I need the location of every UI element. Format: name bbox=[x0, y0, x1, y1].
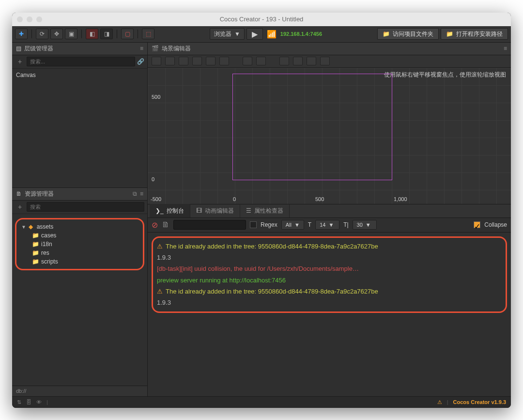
titlebar: Cocos Creator - 193 - Untitled bbox=[12, 13, 511, 26]
align-bottom[interactable] bbox=[219, 57, 229, 65]
align-extra1[interactable] bbox=[279, 57, 289, 65]
tab-inspector[interactable]: ☰ 属性检查器 bbox=[240, 204, 290, 218]
fontsize-icon: T bbox=[308, 221, 311, 228]
scene-canvas[interactable]: 使用鼠标右键平移视窗焦点，使用滚轮缩放视图 500 0 -500 0 500 1… bbox=[148, 68, 511, 204]
align-hcenter[interactable] bbox=[165, 57, 175, 65]
tab-console[interactable]: ❯_ 控制台 bbox=[150, 204, 190, 218]
chevron-down-icon: ▼ bbox=[366, 222, 371, 228]
file-icon: 🗎 bbox=[16, 190, 22, 197]
dist-v[interactable] bbox=[256, 57, 266, 65]
db-icon[interactable]: 🗄 bbox=[26, 399, 31, 405]
folder-icon: 📁 bbox=[32, 241, 39, 248]
eye-icon[interactable]: 👁 bbox=[36, 399, 42, 405]
link-icon[interactable]: 🔗 bbox=[137, 58, 144, 65]
log-line[interactable]: ⚠The id already added in the tree: 95508… bbox=[157, 241, 502, 252]
level-dropdown[interactable]: All▼ bbox=[281, 220, 304, 230]
asset-folder[interactable]: 📁res bbox=[17, 249, 142, 257]
log-line[interactable]: 1.9.3 bbox=[157, 297, 502, 308]
red-square-tool[interactable]: ▢ bbox=[121, 29, 134, 39]
assets-path: db:// bbox=[12, 386, 147, 396]
align-extra2[interactable] bbox=[293, 57, 303, 65]
chevron-down-icon: ▼ bbox=[328, 222, 334, 228]
clear-icon[interactable]: ⊘ bbox=[152, 220, 158, 230]
log-line[interactable]: 1.9.3 bbox=[157, 252, 502, 263]
align-right[interactable] bbox=[179, 57, 188, 65]
assets-tree[interactable]: ▼ ◆ assets 📁cases📁i18n📁res📁scripts bbox=[12, 214, 147, 386]
menu-icon[interactable]: ≡ bbox=[140, 45, 143, 52]
align-left[interactable] bbox=[152, 57, 161, 65]
package-icon: ◆ bbox=[29, 223, 33, 230]
log-line[interactable]: ⚠The id already added in the tree: 95508… bbox=[157, 286, 502, 297]
collapse-label: Collapse bbox=[484, 221, 507, 228]
warning-icon[interactable]: ⚠ bbox=[437, 399, 442, 405]
log-line[interactable]: [db-task][init] uuid collision, the uuid… bbox=[157, 263, 502, 274]
body: ▤ 层级管理器 ≡ + 🔗 Canvas 🗎 资源管理器 bbox=[12, 43, 511, 396]
align-extra4[interactable] bbox=[320, 57, 330, 65]
folder-icon: 📁 bbox=[32, 232, 39, 239]
statusbar: ⇅ 🗄 👁 | ⚠ | Cocos Creator v1.9.3 bbox=[12, 396, 511, 408]
add-node-button[interactable]: + bbox=[15, 57, 25, 66]
regex-label: Regex bbox=[261, 221, 277, 228]
rect-tool[interactable]: ▣ bbox=[65, 29, 77, 39]
align-vcenter[interactable] bbox=[206, 57, 215, 65]
assets-search-input[interactable] bbox=[27, 202, 144, 212]
assets-root[interactable]: ▼ ◆ assets bbox=[17, 222, 142, 231]
inspector-icon: ☰ bbox=[246, 207, 251, 214]
asset-folder[interactable]: 📁scripts bbox=[17, 257, 142, 266]
assets-panel: 🗎 资源管理器 ⧉ ≡ + ▼ ◆ assets bbox=[12, 188, 147, 396]
window-title: Cocos Creator - 193 - Untitled bbox=[12, 16, 511, 23]
gizmo-tool[interactable]: ⬚ bbox=[142, 29, 154, 39]
assets-header: 🗎 资源管理器 ⧉ ≡ bbox=[12, 188, 147, 201]
hierarchy-search-input[interactable] bbox=[27, 57, 135, 66]
bottom-tabs: ❯_ 控制台 🎞 动画编辑器 ☰ 属性检查器 bbox=[148, 204, 511, 218]
collapse-checkbox[interactable]: ✓ bbox=[474, 221, 480, 228]
asset-folder[interactable]: 📁cases bbox=[17, 231, 142, 240]
log-file-icon[interactable]: 🗎 bbox=[162, 220, 169, 229]
pivot-tool[interactable]: ◨ bbox=[100, 29, 113, 39]
log-line[interactable]: preview server running at http://localho… bbox=[157, 275, 502, 286]
list-icon: ▤ bbox=[16, 45, 21, 52]
lineheight-icon: T| bbox=[343, 221, 348, 228]
align-top[interactable] bbox=[192, 57, 202, 65]
assets-searchbar: + bbox=[12, 201, 147, 214]
scene-panel: 🎬 场景编辑器 ≡ bbox=[148, 43, 511, 204]
warning-icon: ⚠ bbox=[157, 288, 163, 295]
folder-icon: 📁 bbox=[446, 31, 453, 37]
menu-icon[interactable]: ≡ bbox=[140, 190, 143, 197]
tab-animation[interactable]: 🎞 动画编辑器 bbox=[190, 204, 240, 218]
hierarchy-tree[interactable]: Canvas bbox=[12, 69, 147, 187]
hierarchy-panel: ▤ 层级管理器 ≡ + 🔗 Canvas bbox=[12, 43, 147, 188]
menu-icon[interactable]: ≡ bbox=[504, 45, 507, 52]
regex-checkbox[interactable] bbox=[250, 221, 257, 228]
highlight-box: ⚠The id already added in the tree: 95508… bbox=[152, 236, 507, 313]
lineheight-dropdown[interactable]: 30▼ bbox=[353, 220, 377, 230]
dist-h[interactable] bbox=[243, 57, 252, 65]
preview-address: 192.168.1.4:7456 bbox=[280, 31, 322, 37]
play-button[interactable]: ▶ bbox=[246, 28, 263, 40]
add-asset-button[interactable]: + bbox=[15, 202, 25, 212]
hierarchy-node-canvas[interactable]: Canvas bbox=[12, 71, 147, 79]
animation-icon: 🎞 bbox=[196, 207, 202, 214]
sync-icon[interactable]: ⇅ bbox=[17, 399, 21, 405]
refresh-button[interactable]: ⟳ bbox=[36, 29, 48, 39]
anchor-tool[interactable]: ◧ bbox=[86, 29, 98, 39]
console-body[interactable]: ⚠The id already added in the tree: 95508… bbox=[148, 233, 511, 396]
add-button[interactable]: ✚ bbox=[15, 29, 28, 39]
open-project-folder-button[interactable]: 📁 访问项目文件夹 bbox=[377, 28, 439, 40]
hierarchy-header: ▤ 层级管理器 ≡ bbox=[12, 43, 147, 55]
chevron-down-icon: ▼ bbox=[234, 31, 240, 37]
align-extra3[interactable] bbox=[307, 57, 316, 65]
move-tool[interactable]: ✥ bbox=[50, 29, 63, 39]
asset-folder[interactable]: 📁i18n bbox=[17, 240, 142, 249]
folder-icon: 📁 bbox=[32, 258, 39, 265]
open-install-path-button[interactable]: 📁 打开程序安装路径 bbox=[441, 28, 508, 40]
console-filter-input[interactable] bbox=[173, 220, 246, 230]
left-column: ▤ 层级管理器 ≡ + 🔗 Canvas 🗎 资源管理器 bbox=[12, 43, 148, 396]
wifi-icon: 📶 bbox=[267, 30, 277, 39]
scene-align-toolbar bbox=[148, 55, 511, 68]
popout-icon[interactable]: ⧉ bbox=[133, 190, 137, 197]
preview-platform-dropdown[interactable]: 浏览器 ▼ bbox=[210, 28, 245, 40]
caret-down-icon[interactable]: ▼ bbox=[21, 224, 26, 230]
console-toolbar: ⊘ 🗎 Regex All▼ T 14▼ T| 30▼ bbox=[148, 218, 511, 233]
fontsize-dropdown[interactable]: 14▼ bbox=[315, 220, 339, 230]
